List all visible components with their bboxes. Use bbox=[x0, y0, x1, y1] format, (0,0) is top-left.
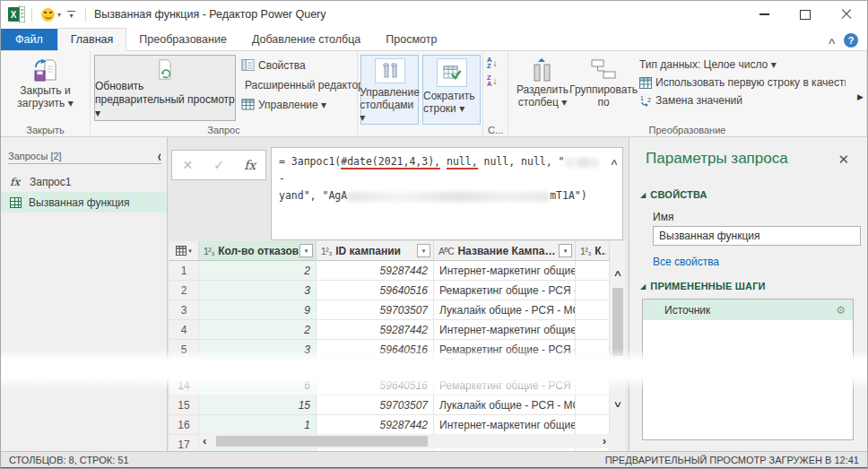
cell-extra[interactable] bbox=[576, 320, 610, 340]
split-column-icon bbox=[531, 56, 554, 83]
row-number-cell[interactable]: 1 bbox=[169, 261, 199, 281]
cell-campaign-id[interactable]: 59287442 bbox=[317, 415, 434, 435]
collapse-ribbon-icon[interactable] bbox=[827, 36, 837, 46]
excel-icon: X bbox=[8, 6, 25, 22]
table-menu-button[interactable] bbox=[169, 241, 199, 261]
replace-values-button[interactable]: 1 2 Замена значений bbox=[639, 94, 846, 107]
table-row: 2359640516Ремаркетинг общие - РСЯ - ... bbox=[169, 281, 610, 300]
close-panel-icon[interactable] bbox=[838, 152, 849, 168]
column-header-campaign-name[interactable]: AᴮC Название Кампании bbox=[434, 241, 576, 261]
filter-dropdown-icon[interactable] bbox=[559, 244, 572, 257]
properties-button[interactable]: Свойства bbox=[241, 58, 356, 72]
tab-transform[interactable]: Преобразование bbox=[126, 29, 239, 50]
cell-extra[interactable] bbox=[576, 300, 610, 320]
gear-icon[interactable] bbox=[836, 304, 846, 317]
tab-add-column[interactable]: Добавление столбца bbox=[239, 29, 373, 50]
cell-bounces[interactable]: 2 bbox=[199, 320, 317, 340]
horizontal-scroll-thumb[interactable] bbox=[216, 436, 428, 447]
help-icon[interactable] bbox=[844, 33, 858, 48]
feedback-smiley-button[interactable]: ▾ bbox=[39, 6, 64, 23]
column-header-campaign-id[interactable]: 1²₃ ID кампании bbox=[317, 241, 434, 261]
tab-view[interactable]: Просмотр bbox=[373, 29, 449, 50]
applied-step-item[interactable]: Источник bbox=[643, 300, 853, 320]
cell-extra[interactable] bbox=[576, 395, 610, 415]
horizontal-scrollbar[interactable] bbox=[199, 434, 610, 448]
sort-ascending-button[interactable]: AZ ↓ bbox=[487, 56, 506, 69]
row-number-cell[interactable]: 4 bbox=[169, 320, 199, 340]
column-header-extra[interactable]: 1²₃ Кол-в bbox=[576, 241, 610, 261]
maximize-button[interactable] bbox=[785, 1, 826, 28]
reduce-rows-button[interactable]: Сократить строки ▾ bbox=[422, 55, 481, 125]
cell-extra[interactable] bbox=[576, 415, 610, 435]
scroll-right-icon[interactable] bbox=[603, 434, 606, 447]
cell-campaign-id[interactable]: 59703507 bbox=[317, 395, 434, 415]
cell-extra[interactable] bbox=[576, 261, 610, 281]
cell-bounces[interactable]: 15 bbox=[199, 395, 317, 415]
commit-formula-button[interactable] bbox=[204, 158, 235, 172]
cell-extra[interactable] bbox=[576, 281, 610, 300]
row-number-cell[interactable]: 3 bbox=[169, 300, 199, 320]
query-item-label: Запрос1 bbox=[30, 176, 71, 188]
refresh-preview-button[interactable]: Обновить предварительный просмотр ▾ bbox=[94, 55, 236, 121]
column-header-bounces[interactable]: 1²₃ Кол-во отказов bbox=[199, 241, 317, 261]
cell-campaign-id[interactable]: 59287442 bbox=[317, 320, 434, 340]
filter-dropdown-icon[interactable] bbox=[417, 244, 430, 257]
minimize-button[interactable] bbox=[743, 1, 785, 28]
data-type-button[interactable]: Тип данных: Целое число ▾ bbox=[639, 58, 846, 71]
scroll-down-icon[interactable] bbox=[606, 399, 630, 409]
group-label-transform: Преобразование bbox=[508, 125, 866, 135]
formula-input[interactable]: = Запрос1(#date(2021,4,3), null, null, n… bbox=[271, 147, 623, 240]
number-type-icon: 1²₃ bbox=[204, 246, 214, 256]
row-number-cell[interactable]: 15 bbox=[169, 395, 199, 415]
cell-campaign-name[interactable]: Интернет-маркетинг общие... bbox=[434, 261, 576, 281]
vertical-scroll-thumb[interactable] bbox=[612, 288, 623, 356]
cell-campaign-name[interactable]: Лукалайк общие - РСЯ - МС... bbox=[434, 300, 576, 320]
query-item[interactable]: Вызванная функция bbox=[1, 192, 167, 213]
advanced-editor-button[interactable]: Расширенный редактор bbox=[241, 78, 356, 91]
arrow-down-icon: ↓ bbox=[492, 58, 497, 68]
query-name-input[interactable]: Вызванная функция bbox=[653, 226, 861, 246]
vertical-scrollbar[interactable] bbox=[610, 241, 626, 451]
scroll-up-icon[interactable] bbox=[606, 268, 630, 278]
table-icon bbox=[176, 246, 187, 256]
manage-columns-button[interactable]: Управление столбцами ▾ bbox=[360, 55, 419, 125]
first-row-as-headers-button[interactable]: Использовать первую строку в качестве з bbox=[639, 76, 846, 89]
row-number-cell[interactable]: 2 bbox=[169, 281, 199, 300]
properties-section-header[interactable]: СВОЙСТВА bbox=[640, 189, 707, 200]
fx-icon[interactable] bbox=[234, 158, 265, 172]
cell-campaign-name[interactable]: Интернет-маркетинг общие... bbox=[434, 320, 576, 340]
cell-bounces[interactable]: 3 bbox=[199, 281, 317, 300]
cell-bounces[interactable]: 2 bbox=[199, 261, 317, 281]
close-load-label: Закрыть и загрузить ▾ bbox=[1, 84, 90, 109]
title-bar: X ▾ ▾ Вызванная функция - Редактор Power… bbox=[1, 1, 867, 28]
cancel-formula-button[interactable] bbox=[172, 158, 204, 172]
cell-campaign-id[interactable]: 59287442 bbox=[317, 261, 434, 281]
cell-bounces[interactable]: 9 bbox=[199, 300, 317, 320]
cell-campaign-id[interactable]: 59703507 bbox=[317, 300, 434, 320]
collapse-panel-icon[interactable] bbox=[158, 146, 161, 165]
sort-descending-button[interactable]: ZA ↓ bbox=[487, 74, 506, 87]
cell-bounces[interactable]: 1 bbox=[199, 415, 317, 435]
customize-toolbar-button[interactable]: ▾ bbox=[64, 9, 79, 20]
tab-file[interactable]: Файл bbox=[1, 29, 57, 50]
row-number-cell[interactable]: 16 bbox=[169, 415, 199, 435]
row-number-cell[interactable]: 17 bbox=[169, 435, 199, 451]
step-label: Источник bbox=[664, 304, 710, 317]
cell-campaign-name[interactable]: Лукалайк общие - РСЯ - МС... bbox=[434, 395, 576, 415]
close-and-load-button[interactable]: Закрыть и загрузить ▾ bbox=[1, 51, 90, 109]
close-button[interactable] bbox=[826, 1, 867, 28]
manage-button[interactable]: Управление ▾ bbox=[241, 98, 356, 111]
cell-campaign-id[interactable]: 59640516 bbox=[317, 281, 434, 300]
cell-campaign-name[interactable]: Интернет-маркетинг общие... bbox=[434, 415, 576, 435]
scroll-left-icon[interactable] bbox=[203, 434, 206, 447]
collapse-formula-icon[interactable] bbox=[610, 153, 618, 170]
tab-home[interactable]: Главная bbox=[57, 28, 127, 51]
queries-list: Запрос1Вызванная функция bbox=[1, 171, 167, 213]
query-item[interactable]: Запрос1 bbox=[1, 171, 167, 192]
applied-steps-section-header[interactable]: ПРИМЕНЕННЫЕ ШАГИ bbox=[640, 281, 766, 291]
filter-dropdown-icon[interactable] bbox=[299, 244, 313, 257]
ribbon-overflow-icon[interactable] bbox=[857, 92, 864, 101]
formula-text: - bbox=[279, 172, 285, 185]
all-properties-link[interactable]: Все свойства bbox=[653, 256, 719, 268]
cell-campaign-name[interactable]: Ремаркетинг общие - РСЯ - ... bbox=[434, 281, 576, 300]
